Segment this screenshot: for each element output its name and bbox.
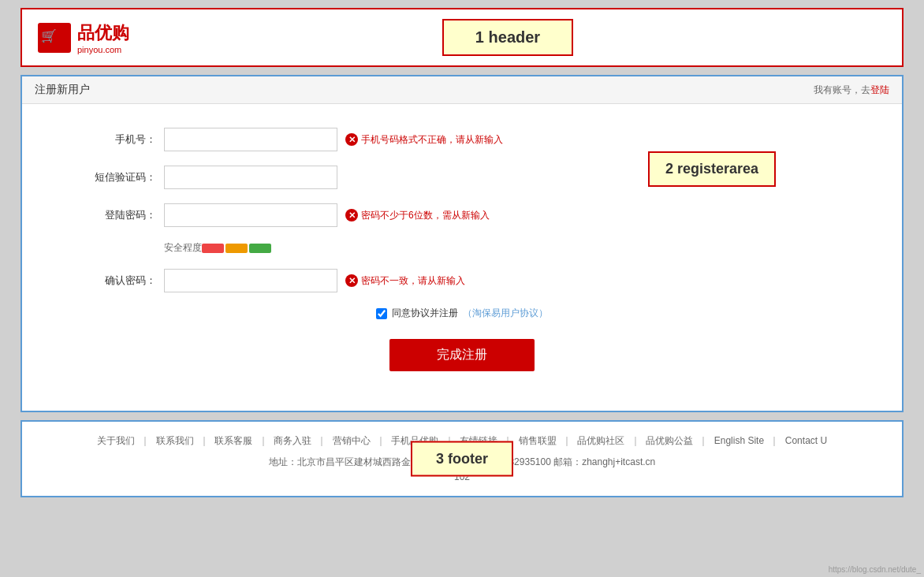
phone-error-text: 手机号码格式不正确，请从新输入	[361, 133, 503, 147]
phone-input[interactable]	[164, 128, 337, 151]
footer-label-text: 3 footer	[436, 450, 488, 466]
logo-text-area: 品优购 pinyou.com	[77, 21, 129, 54]
submit-row: 完成注册	[22, 339, 902, 371]
register-title: 注册新用户	[35, 83, 90, 97]
password-label: 登陆密码：	[85, 208, 164, 222]
phone-label: 手机号：	[85, 132, 164, 147]
agree-checkbox[interactable]	[376, 308, 387, 319]
header-label-text: 1 header	[475, 28, 540, 46]
sms-input[interactable]	[164, 166, 337, 189]
logo-english: pinyou.com	[77, 45, 129, 54]
footer-label-box: 3 footer	[411, 441, 513, 476]
phone-error-icon: ✕	[345, 133, 358, 146]
agree-text: 同意协议并注册	[392, 307, 458, 320]
submit-button[interactable]: 完成注册	[389, 339, 535, 371]
confirm-row: 确认密码： ✕ 密码不一致，请从新输入	[22, 269, 902, 292]
security-label: 安全程度	[164, 241, 202, 255]
logo-chinese: 品优购	[77, 21, 129, 45]
footer-section: 关于我们 ｜ 联系我们 ｜ 联系客服 ｜ 商务入驻 ｜ 营销中心 ｜ 手机品优购…	[20, 420, 904, 497]
security-bars	[202, 244, 271, 253]
security-bar-mid	[225, 244, 248, 253]
footer-link-contact-u[interactable]: Contact U	[785, 435, 827, 446]
register-form-area: 2 registerarea 手机号： ✕ 手机号码格式不正确，请从新输入 短信…	[22, 104, 902, 411]
footer-link-english[interactable]: English Site	[714, 435, 764, 446]
register-label-box: 2 registerarea	[648, 151, 776, 187]
phone-row: 手机号： ✕ 手机号码格式不正确，请从新输入	[22, 128, 902, 151]
register-label-text: 2 registerarea	[665, 161, 758, 177]
header-section: 🛒 品优购 pinyou.com 1 header	[20, 8, 904, 67]
confirm-error-icon: ✕	[345, 274, 358, 287]
confirm-label: 确认密码：	[85, 274, 164, 288]
footer-link-charity[interactable]: 品优购公益	[646, 435, 693, 446]
sms-label: 短信验证码：	[85, 170, 164, 184]
security-row: 安全程度	[22, 241, 902, 255]
password-input[interactable]	[164, 203, 337, 227]
register-login-link: 我有账号，去登陆	[814, 84, 889, 97]
agree-link[interactable]: （淘保易用户协议）	[463, 307, 548, 320]
page-wrapper: 🛒 品优购 pinyou.com 1 header 注册新用户 我有账号，去登陆…	[13, 0, 911, 505]
phone-error-msg: ✕ 手机号码格式不正确，请从新输入	[345, 133, 503, 147]
register-section: 注册新用户 我有账号，去登陆 2 registerarea 手机号： ✕ 手机号…	[20, 75, 904, 412]
footer-link-sales[interactable]: 销售联盟	[519, 435, 557, 446]
logo-area: 🛒 品优购 pinyou.com	[38, 21, 129, 54]
footer-link-business[interactable]: 商务入驻	[274, 435, 311, 446]
footer-link-contact[interactable]: 联系我们	[156, 435, 194, 446]
password-error-icon: ✕	[345, 209, 358, 221]
confirm-error-msg: ✕ 密码不一致，请从新输入	[345, 274, 465, 288]
footer-link-about[interactable]: 关于我们	[97, 435, 135, 446]
login-text: 我有账号，去	[814, 84, 870, 95]
password-error-msg: ✕ 密码不少于6位数，需从新输入	[345, 209, 490, 222]
svg-text:🛒: 🛒	[41, 28, 57, 43]
confirm-error-text: 密码不一致，请从新输入	[361, 274, 465, 288]
security-bar-high	[249, 244, 271, 253]
password-row: 登陆密码： ✕ 密码不少于6位数，需从新输入	[22, 203, 902, 227]
agree-row: 同意协议并注册 （淘保易用户协议）	[22, 307, 902, 320]
login-anchor[interactable]: 登陆	[870, 84, 889, 95]
confirm-input[interactable]	[164, 269, 337, 292]
header-label-box: 1 header	[442, 19, 573, 56]
security-bar-low	[202, 244, 224, 253]
footer-link-marketing[interactable]: 营销中心	[333, 435, 371, 446]
register-topbar: 注册新用户 我有账号，去登陆	[22, 76, 902, 104]
logo-cart-icon: 🛒	[38, 23, 71, 53]
password-error-text: 密码不少于6位数，需从新输入	[361, 209, 490, 222]
footer-link-support[interactable]: 联系客服	[214, 435, 252, 446]
footer-link-community[interactable]: 品优购社区	[577, 435, 624, 446]
